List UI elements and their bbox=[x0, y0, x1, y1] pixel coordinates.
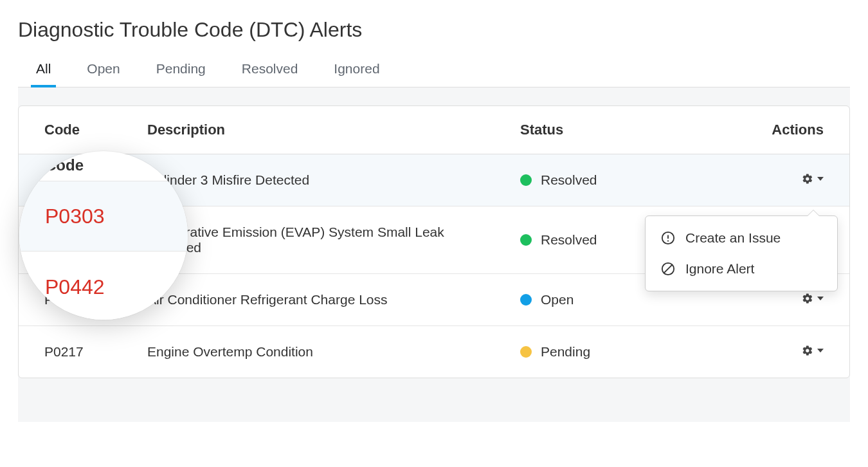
table-row: P0217 Engine Overtemp Condition Pending bbox=[19, 326, 849, 378]
col-header-status: Status bbox=[494, 106, 683, 154]
status-dot-icon bbox=[520, 346, 532, 358]
tab-open[interactable]: Open bbox=[84, 57, 122, 87]
dropdown-ignore-alert[interactable]: Ignore Alert bbox=[646, 253, 837, 284]
svg-line-4 bbox=[664, 265, 673, 273]
caret-down-icon bbox=[817, 349, 824, 353]
dropdown-item-label: Create an Issue bbox=[685, 230, 781, 246]
row-actions-button[interactable] bbox=[802, 173, 824, 185]
status-dot-icon bbox=[520, 234, 532, 246]
status-label: Resolved bbox=[541, 172, 597, 188]
actions-dropdown: Create an Issue Ignore Alert bbox=[645, 215, 838, 291]
magnifier-code-1: P0303 bbox=[45, 205, 105, 228]
gear-icon bbox=[802, 293, 813, 304]
row-actions-button[interactable] bbox=[802, 293, 824, 304]
status-dot-icon bbox=[520, 174, 532, 186]
page-title: Diagnostic Trouble Code (DTC) Alerts bbox=[18, 18, 850, 42]
ban-icon bbox=[661, 262, 675, 276]
col-header-code: Code bbox=[19, 106, 122, 154]
status-label: Resolved bbox=[541, 232, 597, 248]
row-actions-button[interactable] bbox=[802, 345, 824, 356]
col-header-description: Description bbox=[122, 106, 494, 154]
magnifier-overlay: Code P0303 P0442 bbox=[19, 151, 188, 320]
status-cell: Resolved bbox=[494, 154, 683, 206]
caret-down-icon bbox=[817, 297, 824, 300]
magnifier-code-2: P0442 bbox=[45, 275, 105, 299]
tab-ignored[interactable]: Ignored bbox=[331, 57, 382, 87]
dropdown-create-issue[interactable]: Create an Issue bbox=[646, 223, 837, 253]
tab-pending[interactable]: Pending bbox=[154, 57, 208, 87]
tab-all[interactable]: All bbox=[33, 57, 53, 87]
magnifier-row-1: P0303 bbox=[19, 181, 188, 252]
gear-icon bbox=[802, 173, 813, 185]
tabs-bar: All Open Pending Resolved Ignored bbox=[18, 57, 850, 87]
status-dot-icon bbox=[520, 294, 532, 306]
code-cell[interactable]: P0217 bbox=[19, 326, 122, 378]
dropdown-item-label: Ignore Alert bbox=[685, 261, 754, 277]
gear-icon bbox=[802, 345, 813, 356]
status-cell: Pending bbox=[494, 326, 683, 378]
status-label: Pending bbox=[541, 344, 590, 360]
description-cell: Engine Overtemp Condition bbox=[122, 326, 494, 378]
exclamation-circle-icon bbox=[661, 231, 675, 245]
description-cell: Air Conditioner Refrigerant Charge Loss bbox=[122, 274, 494, 326]
col-header-actions: Actions bbox=[683, 106, 849, 154]
caret-down-icon bbox=[817, 177, 824, 181]
svg-point-2 bbox=[667, 240, 669, 241]
status-label: Open bbox=[541, 292, 574, 307]
tab-resolved[interactable]: Resolved bbox=[239, 57, 301, 87]
